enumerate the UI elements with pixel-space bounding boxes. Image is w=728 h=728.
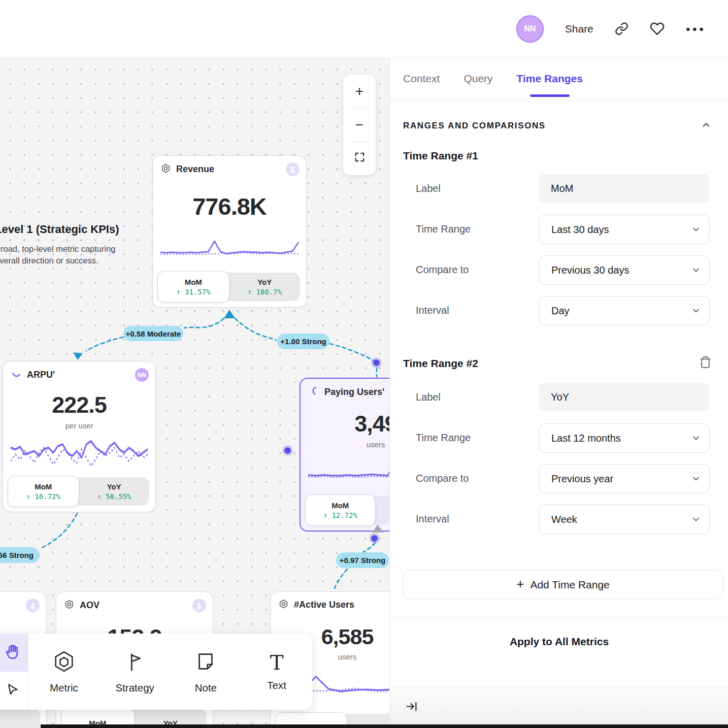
hand-icon [3, 643, 21, 663]
toggle-mom[interactable]: MoM ↑ 31.57% [157, 271, 229, 303]
field-label: Time Range [403, 223, 539, 235]
collapse-section-button[interactable] [701, 119, 712, 133]
plus-icon: + [516, 576, 524, 592]
connector-handle-dot[interactable] [284, 447, 291, 454]
metric-tree-canvas[interactable]: Level 1 (Strategic KPIs) Broad, top-leve… [0, 57, 389, 728]
compare-to-select[interactable]: Previous year [539, 464, 710, 493]
toggle-yoy[interactable]: YoY ↑ 58.55% [79, 477, 150, 506]
tab-query[interactable]: Query [464, 58, 492, 99]
metric-value: 3,49 [301, 411, 389, 437]
chevron-down-icon [691, 265, 701, 275]
metric-hexagon-icon [160, 163, 171, 176]
field-label: Interval [403, 305, 539, 316]
connector-arrowhead [372, 524, 383, 533]
label-input[interactable]: YoY [539, 383, 710, 411]
toggle-yoy[interactable]: YoY ↑ 180.7% [229, 273, 301, 301]
chevron-up-icon [701, 119, 712, 130]
connector-handle-dot[interactable] [371, 535, 378, 542]
loading-arc-icon [308, 385, 319, 399]
share-button[interactable]: Share [565, 23, 593, 35]
cursor-icon [4, 681, 21, 701]
canvas-toolbar: Metric Strategy Note T Text [0, 634, 312, 710]
card-title: ARPU' [27, 370, 130, 380]
collapse-panel-icon [405, 700, 418, 713]
text-tool-button[interactable]: T Text [241, 634, 312, 710]
pointer-tools [0, 634, 28, 710]
time-range-select[interactable]: Last 12 months [539, 423, 710, 453]
yoy-change-value: ↑ 58.55% [97, 492, 131, 501]
text-tool-icon: T [270, 652, 284, 673]
compare-to-select[interactable]: Previous 30 days [539, 255, 710, 285]
toggle-mom[interactable]: MoM ↑ 16.72% [8, 476, 79, 507]
metric-value: 776.8K [153, 192, 306, 220]
time-range-1-title: Time Range #1 [403, 150, 478, 162]
chevron-down-icon [691, 224, 701, 235]
chevron-down-icon [691, 474, 701, 484]
note-tool-button[interactable]: Note [171, 634, 242, 710]
collapse-panel-button[interactable] [405, 700, 418, 715]
hand-tool-button[interactable] [0, 634, 28, 672]
correlation-badge-revenue-paying[interactable]: +1.00 Strong [277, 334, 329, 349]
time-range-select[interactable]: Last 30 days [539, 215, 710, 244]
user-avatar[interactable]: NN [516, 15, 544, 43]
metric-tool-button[interactable]: Metric [28, 634, 100, 710]
select-tool-button[interactable] [0, 672, 28, 710]
metric-unit: per user [3, 421, 155, 430]
mom-change-value: ↑ 31.57% [176, 288, 210, 296]
zoom-in-button[interactable]: + [355, 84, 363, 98]
metric-card-arpu[interactable]: ARPU' NN 222.5 per user MoM ↑ 16.72% YoY… [3, 361, 156, 512]
timerange-toggle [0, 709, 40, 728]
level1-group-label: Level 1 (Strategic KPIs) Broad, top-leve… [0, 223, 119, 267]
toggle-yoy[interactable] [0, 709, 40, 728]
fit-view-button[interactable] [354, 151, 366, 166]
field-label: Interval [403, 513, 539, 525]
group-description: Broad, top-level metric capturing overal… [0, 243, 119, 267]
apply-all-metrics-button[interactable]: Apply to All Metrics [390, 618, 728, 665]
label-input[interactable]: MoM [539, 174, 710, 203]
toggle-yoy[interactable]: YoY [376, 496, 390, 524]
interval-select[interactable]: Day [539, 296, 710, 325]
correlation-badge-arpu-left[interactable]: 66 Strong [0, 547, 40, 563]
strategy-tool-button[interactable]: Strategy [100, 634, 171, 710]
card-title: #Active Users [294, 600, 389, 610]
favorite-button[interactable] [650, 21, 665, 36]
card-title: AOV [80, 600, 187, 611]
zoom-out-button[interactable]: − [355, 118, 363, 132]
zoom-controls: + − [343, 75, 376, 175]
tab-time-ranges[interactable]: Time Ranges [517, 58, 583, 99]
field-label: Time Range [403, 432, 539, 444]
card-title: Revenue [176, 164, 281, 175]
timerange-toggle: MoM ↑ 16.72% YoY ↑ 58.55% [9, 477, 149, 506]
delete-time-range-button[interactable] [699, 356, 712, 371]
metric-unit: users [301, 440, 389, 449]
owner-avatar-icon [26, 599, 40, 612]
metric-card-revenue[interactable]: Revenue 776.8K MoM ↑ 31.57% YoY ↑ 180.7% [152, 155, 307, 308]
top-bar: NN Share ●●● [0, 0, 728, 58]
metric-value: 222.5 [3, 392, 155, 418]
more-options-button[interactable]: ●●● [686, 24, 706, 33]
metric-card-paying-users[interactable]: Paying Users' 3,49 users MoM ↑ 12.72% Yo… [300, 378, 389, 532]
toggle-mom[interactable]: MoM ↑ 12.72% [305, 494, 376, 526]
field-label: Label [403, 391, 539, 403]
settings-panel: Context Query Time Ranges RANGES AND COM… [389, 57, 728, 728]
trash-icon [699, 356, 712, 369]
chevron-down-icon [691, 306, 701, 316]
tab-context[interactable]: Context [403, 58, 440, 99]
section-header: RANGES AND COMPARISONS [403, 121, 546, 131]
timerange-toggle: MoM ↑ 31.57% YoY ↑ 180.7% [159, 273, 300, 301]
correlation-badge-revenue-arpu[interactable]: +0.58 Moderate [123, 326, 183, 341]
loading-arc-icon [11, 369, 22, 382]
copy-link-button[interactable] [615, 22, 628, 36]
add-time-range-button[interactable]: + Add Time Range [403, 570, 723, 599]
field-label: Compare to [403, 473, 539, 484]
field-label: Label [403, 183, 539, 194]
correlation-badge-paying-active[interactable]: +0.97 Strong [336, 552, 389, 568]
divider [350, 142, 369, 142]
metric-hexagon-icon [64, 599, 75, 612]
sparkline-chart [11, 436, 148, 473]
interval-select[interactable]: Week [539, 505, 710, 534]
metric-hexagon-icon [52, 650, 76, 675]
card-title: Paying Users' [324, 387, 389, 398]
connector-handle-dot[interactable] [373, 359, 380, 366]
group-title: Level 1 (Strategic KPIs) [0, 223, 119, 236]
